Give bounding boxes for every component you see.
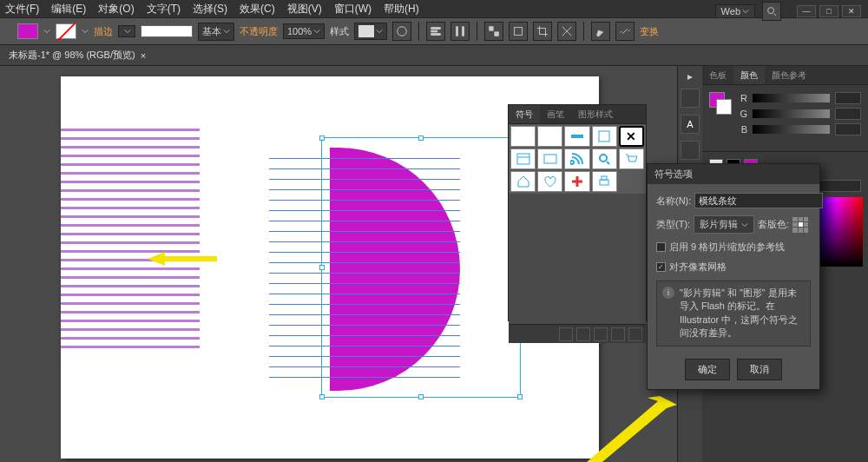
symbol-thumb[interactable]: [592, 126, 617, 147]
fill-swatch[interactable]: [17, 23, 38, 39]
stroke-weight-input[interactable]: [118, 25, 135, 37]
distribute-button[interactable]: [450, 22, 470, 41]
svg-point-17: [600, 155, 607, 162]
menu-view[interactable]: 视图(V): [287, 2, 322, 16]
r-value[interactable]: [835, 92, 861, 104]
name-label: 名称(N):: [656, 195, 691, 208]
symbol-button[interactable]: [484, 22, 503, 41]
color-panel-tabs: 色板 颜色 颜色参考: [702, 66, 868, 85]
symbol-options-button[interactable]: [594, 327, 608, 341]
stripes-symbol-instance[interactable]: [61, 129, 200, 354]
window-minimize-button[interactable]: —: [797, 5, 816, 17]
tab-graphic-styles[interactable]: 图形样式: [571, 105, 620, 123]
tab-symbols[interactable]: 符号: [509, 105, 540, 123]
graphic-style-select[interactable]: [354, 23, 387, 40]
symbol-type-select[interactable]: 影片剪辑: [694, 215, 754, 234]
svg-point-1: [398, 27, 407, 36]
menu-edit[interactable]: 编辑(E): [51, 2, 86, 16]
break-link-button[interactable]: [615, 22, 635, 41]
align-pixel-checkbox[interactable]: ✓: [656, 262, 666, 272]
stroke-label[interactable]: 描边: [94, 25, 113, 38]
symbol-break-button[interactable]: [576, 327, 590, 341]
symbol-thumb[interactable]: [564, 126, 589, 147]
window-maximize-button[interactable]: □: [819, 5, 838, 17]
symbol-search-icon[interactable]: [592, 148, 617, 169]
chevron-down-icon[interactable]: [43, 28, 50, 35]
svg-rect-5: [457, 27, 458, 36]
svg-rect-8: [495, 32, 498, 36]
document-tab[interactable]: 未标题-1* @ 98% (RGB/预览) ×: [0, 45, 868, 66]
ok-button[interactable]: 确定: [685, 359, 730, 380]
isolate-button[interactable]: [509, 22, 528, 41]
svg-rect-4: [431, 34, 441, 36]
svg-rect-3: [431, 30, 437, 32]
svg-point-0: [768, 8, 774, 14]
tab-color[interactable]: 颜色: [733, 66, 765, 84]
menu-effect[interactable]: 效果(C): [240, 2, 275, 16]
edit-symbol-button[interactable]: [591, 22, 610, 41]
svg-rect-13: [571, 135, 583, 138]
symbol-film-icon[interactable]: [537, 148, 562, 169]
menu-object[interactable]: 对象(O): [98, 2, 134, 16]
brush-style-select[interactable]: 基本: [198, 23, 234, 41]
symbol-thumb[interactable]: [619, 171, 644, 192]
tab-color-guide[interactable]: 颜色参考: [765, 66, 813, 84]
recolor-icon[interactable]: [392, 22, 411, 41]
type-label: 类型(T):: [656, 218, 690, 231]
stroke-swatch-none[interactable]: [56, 23, 76, 39]
menu-window[interactable]: 窗口(W): [334, 2, 372, 16]
opacity-label[interactable]: 不透明度: [240, 25, 278, 38]
tab-swatches[interactable]: 色板: [702, 66, 733, 84]
menu-text[interactable]: 文字(T): [147, 2, 181, 16]
opacity-input[interactable]: 100%: [283, 23, 325, 39]
svg-rect-15: [517, 154, 529, 164]
registration-label: 套版色:: [758, 218, 789, 231]
workspace-selector[interactable]: Web: [715, 4, 755, 18]
registration-grid[interactable]: [792, 217, 808, 233]
symbol-rss-icon[interactable]: [564, 148, 589, 169]
dock-color-icon[interactable]: [681, 89, 700, 108]
symbol-place-button[interactable]: [559, 327, 573, 341]
window-close-button[interactable]: ✕: [842, 5, 861, 17]
search-icon[interactable]: [762, 2, 781, 21]
symbol-new-button[interactable]: [611, 327, 625, 341]
symbol-close-icon[interactable]: ✕: [619, 126, 644, 147]
menu-select[interactable]: 选择(S): [193, 2, 227, 16]
tab-close-icon[interactable]: ×: [141, 50, 146, 61]
symbol-heart-icon[interactable]: [537, 171, 562, 192]
slice-guides-checkbox[interactable]: [656, 242, 666, 252]
chevron-down-icon[interactable]: [82, 28, 89, 35]
symbol-home-icon[interactable]: [510, 171, 536, 192]
symbol-name-input[interactable]: [694, 193, 823, 208]
symbol-cart-icon[interactable]: [619, 148, 644, 169]
selection-bounding-box[interactable]: [321, 137, 521, 398]
workspace-label: Web: [721, 6, 740, 16]
align-pixel-label: 对齐像素网格: [669, 261, 727, 274]
stroke-profile[interactable]: [141, 25, 193, 37]
menu-help[interactable]: 帮助(H): [384, 2, 419, 16]
symbol-thumb[interactable]: [510, 126, 536, 147]
crop-button[interactable]: [533, 22, 552, 41]
svg-rect-14: [599, 131, 609, 142]
symbol-delete-button[interactable]: [628, 327, 642, 341]
b-value[interactable]: [835, 123, 861, 135]
symbol-plus-icon[interactable]: [564, 171, 589, 192]
dock-para-icon[interactable]: [681, 141, 700, 160]
dock-type-icon[interactable]: A: [681, 115, 700, 134]
expand-icon[interactable]: [686, 73, 694, 82]
title-right: Web — □ ✕: [715, 2, 861, 21]
chevron-down-icon: [742, 8, 749, 15]
cancel-button[interactable]: 取消: [737, 359, 782, 380]
menu-file[interactable]: 文件(F): [5, 2, 39, 16]
symbol-thumb[interactable]: [537, 126, 562, 147]
tab-brushes[interactable]: 画笔: [540, 105, 571, 123]
symbol-body[interactable]: [509, 194, 646, 324]
transform-link[interactable]: 变换: [640, 25, 659, 38]
styles-label: 样式: [330, 25, 349, 38]
slice-button[interactable]: [557, 22, 576, 41]
g-value[interactable]: [835, 108, 861, 120]
align-button[interactable]: [426, 22, 445, 41]
symbol-print-icon[interactable]: [592, 171, 617, 192]
info-icon: i: [662, 287, 674, 299]
symbol-calendar-icon[interactable]: [510, 148, 536, 169]
